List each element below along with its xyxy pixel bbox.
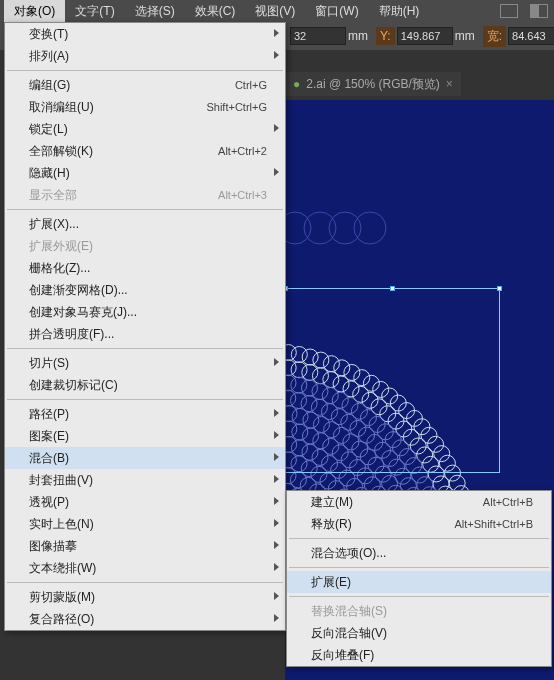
menu-item[interactable]: 图像描摹 [5,535,285,557]
close-icon[interactable]: × [446,77,453,91]
menu-item-label: 透视(P) [29,494,69,511]
menu-item[interactable]: 扩展(X)... [5,213,285,235]
submenu-arrow-icon [274,409,279,417]
submenu-arrow-icon [274,29,279,37]
menu-item-label: 剪切蒙版(M) [29,589,95,606]
menu-item[interactable]: 反向堆叠(F) [287,644,551,666]
y-input[interactable] [397,27,453,45]
submenu-arrow-icon [274,51,279,59]
menu-item-label: 创建渐变网格(D)... [29,282,128,299]
menu-window[interactable]: 窗口(W) [305,0,368,23]
menu-view[interactable]: 视图(V) [245,0,305,23]
unit-label: mm [348,29,368,43]
y-label: Y: [376,27,395,45]
menu-item[interactable]: 封套扭曲(V) [5,469,285,491]
menu-item[interactable]: 释放(R)Alt+Shift+Ctrl+B [287,513,551,535]
doc-layout-icon[interactable] [500,4,518,18]
svg-point-3 [354,212,386,244]
submenu-arrow-icon [274,541,279,549]
menu-item-label: 切片(S) [29,355,69,372]
menu-item[interactable]: 反向混合轴(V) [287,622,551,644]
submenu-arrow-icon [274,124,279,132]
menu-item[interactable]: 创建渐变网格(D)... [5,279,285,301]
menu-item: 扩展外观(E) [5,235,285,257]
menu-item-label: 创建裁切标记(C) [29,377,118,394]
menu-item[interactable]: 切片(S) [5,352,285,374]
menu-item[interactable]: 栅格化(Z)... [5,257,285,279]
menu-item-label: 排列(A) [29,48,69,65]
menu-item-label: 替换混合轴(S) [311,603,387,620]
menu-item[interactable]: 建立(M)Alt+Ctrl+B [287,491,551,513]
menu-item[interactable]: 创建对象马赛克(J)... [5,301,285,323]
submenu-arrow-icon [274,431,279,439]
submenu-arrow-icon [274,592,279,600]
menu-item[interactable]: 隐藏(H) [5,162,285,184]
menu-item[interactable]: 创建裁切标记(C) [5,374,285,396]
shortcut-label: Alt+Ctrl+3 [218,189,267,201]
svg-point-1 [304,212,336,244]
submenu-arrow-icon [274,519,279,527]
submenu-arrow-icon [274,497,279,505]
selection-bbox[interactable] [285,288,500,473]
submenu-arrow-icon [274,614,279,622]
menu-item-label: 反向堆叠(F) [311,647,374,664]
menu-item[interactable]: 混合选项(O)... [287,542,551,564]
menu-item-label: 图案(E) [29,428,69,445]
menu-item-label: 路径(P) [29,406,69,423]
menu-item-label: 全部解锁(K) [29,143,93,160]
document-tab-bar: ● 2.ai @ 150% (RGB/预览) × [285,72,461,96]
w-input[interactable] [508,27,554,45]
menu-type[interactable]: 文字(T) [65,0,124,23]
submenu-arrow-icon [274,358,279,366]
menu-item-label: 图像描摹 [29,538,77,555]
menu-item: 替换混合轴(S) [287,600,551,622]
menu-item[interactable]: 图案(E) [5,425,285,447]
handle-icon[interactable] [497,286,502,291]
svg-point-2 [329,212,361,244]
shortcut-label: Shift+Ctrl+G [206,101,267,113]
shortcut-label: Alt+Shift+Ctrl+B [454,518,533,530]
submenu-arrow-icon [274,453,279,461]
menu-item-label: 创建对象马赛克(J)... [29,304,137,321]
svg-point-0 [285,212,311,244]
menu-item-label: 栅格化(Z)... [29,260,90,277]
menu-item-label: 取消编组(U) [29,99,94,116]
menu-item[interactable]: 文本绕排(W) [5,557,285,579]
x-input[interactable] [290,27,346,45]
menu-effect[interactable]: 效果(C) [185,0,246,23]
menu-item[interactable]: 扩展(E) [287,571,551,593]
blend-submenu: 建立(M)Alt+Ctrl+B释放(R)Alt+Shift+Ctrl+B混合选项… [286,490,552,667]
menu-item-label: 显示全部 [29,187,77,204]
menu-item-label: 扩展(X)... [29,216,79,233]
menu-item[interactable]: 透视(P) [5,491,285,513]
shortcut-label: Alt+Ctrl+2 [218,145,267,157]
menu-item-label: 混合(B) [29,450,69,467]
menu-help[interactable]: 帮助(H) [369,0,430,23]
menu-item-label: 封套扭曲(V) [29,472,93,489]
document-tab[interactable]: ● 2.ai @ 150% (RGB/预览) × [285,72,461,97]
menu-item[interactable]: 全部解锁(K)Alt+Ctrl+2 [5,140,285,162]
menu-item[interactable]: 拼合透明度(F)... [5,323,285,345]
menu-item[interactable]: 实时上色(N) [5,513,285,535]
menu-item[interactable]: 变换(T) [5,23,285,45]
submenu-arrow-icon [274,475,279,483]
menu-item[interactable]: 路径(P) [5,403,285,425]
menu-select[interactable]: 选择(S) [125,0,185,23]
menu-item[interactable]: 剪切蒙版(M) [5,586,285,608]
menu-item-label: 混合选项(O)... [311,545,386,562]
menu-item-label: 变换(T) [29,26,68,43]
handle-icon[interactable] [390,286,395,291]
unsaved-dot-icon: ● [293,77,300,91]
menu-item-label: 编组(G) [29,77,70,94]
menu-item[interactable]: 取消编组(U)Shift+Ctrl+G [5,96,285,118]
shortcut-label: Ctrl+G [235,79,267,91]
arrange-icon[interactable] [530,4,548,18]
menu-item[interactable]: 编组(G)Ctrl+G [5,74,285,96]
shortcut-label: Alt+Ctrl+B [483,496,533,508]
menu-object[interactable]: 对象(O) [4,0,65,23]
menu-item[interactable]: 排列(A) [5,45,285,67]
menu-item[interactable]: 混合(B) [5,447,285,469]
menu-item[interactable]: 锁定(L) [5,118,285,140]
menu-item-label: 文本绕排(W) [29,560,96,577]
menu-item[interactable]: 复合路径(O) [5,608,285,630]
